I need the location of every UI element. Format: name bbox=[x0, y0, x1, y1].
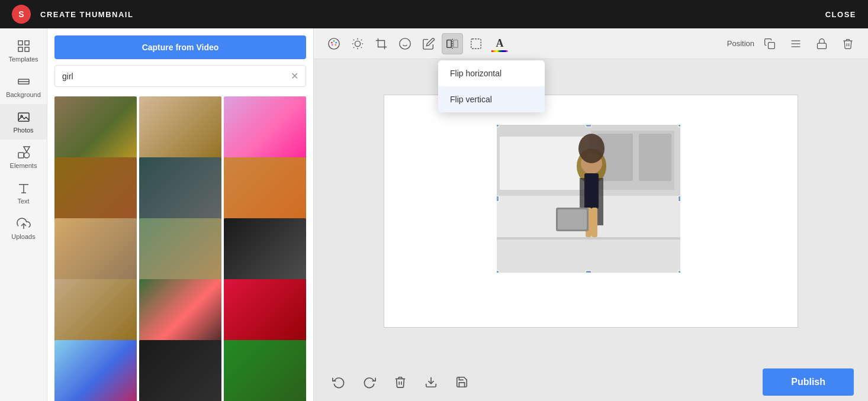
editor-toolbar: A Position bbox=[314, 28, 868, 59]
text-color-button[interactable]: A bbox=[489, 33, 510, 54]
grid-align-icon bbox=[790, 38, 802, 50]
sidebar-item-text[interactable]: Text bbox=[0, 175, 47, 211]
canvas-container: Flip horizontal Flip vertical bbox=[314, 59, 868, 363]
copy-button[interactable] bbox=[759, 33, 780, 54]
main-content: Templates Background Photos bbox=[0, 28, 868, 401]
sidebar-item-label: Templates bbox=[8, 56, 38, 63]
svg-point-24 bbox=[355, 41, 360, 46]
resize-handle-tl[interactable] bbox=[497, 125, 499, 127]
undo-button[interactable] bbox=[328, 371, 349, 393]
flip-tool-button[interactable] bbox=[442, 33, 463, 54]
resize-handle-tc[interactable] bbox=[586, 125, 591, 127]
svg-line-28 bbox=[361, 47, 362, 47]
svg-point-23 bbox=[332, 44, 333, 46]
sidebar-item-templates[interactable]: Templates bbox=[0, 33, 47, 69]
svg-line-27 bbox=[353, 39, 354, 40]
capture-video-button[interactable]: Capture from Video bbox=[54, 35, 306, 59]
svg-point-21 bbox=[335, 41, 337, 43]
resize-handle-br[interactable] bbox=[678, 270, 680, 273]
redo-button[interactable] bbox=[359, 371, 380, 393]
mask-icon bbox=[470, 37, 483, 50]
brightness-tool-button[interactable] bbox=[347, 33, 368, 54]
svg-rect-36 bbox=[447, 40, 451, 47]
resize-handle-bc[interactable] bbox=[586, 270, 591, 273]
bottom-bar: Publish bbox=[314, 363, 868, 401]
resize-handle-ml[interactable] bbox=[497, 196, 499, 202]
draw-tool-button[interactable] bbox=[418, 33, 439, 54]
download-button[interactable] bbox=[420, 371, 442, 393]
face-tool-button[interactable] bbox=[394, 33, 416, 54]
canvas-area: A Position bbox=[314, 28, 868, 401]
svg-rect-11 bbox=[18, 153, 24, 158]
svg-rect-44 bbox=[818, 43, 827, 48]
close-button[interactable]: CLOSE bbox=[825, 10, 856, 19]
photos-header: Capture from Video ✕ bbox=[47, 28, 313, 94]
search-bar: ✕ bbox=[54, 65, 306, 87]
sidebar-item-label: Elements bbox=[10, 162, 37, 169]
list-item[interactable] bbox=[224, 340, 306, 401]
flip-icon bbox=[446, 37, 459, 50]
list-item[interactable] bbox=[139, 340, 221, 401]
delete-button[interactable] bbox=[390, 371, 411, 393]
sidebar-item-uploads[interactable]: Uploads bbox=[0, 211, 47, 246]
svg-point-22 bbox=[335, 44, 336, 46]
canvas-image-svg bbox=[497, 125, 680, 273]
lock-button[interactable] bbox=[811, 33, 832, 54]
mask-tool-button[interactable] bbox=[465, 33, 487, 54]
svg-rect-9 bbox=[18, 113, 29, 121]
list-item[interactable] bbox=[54, 340, 137, 401]
sidebar-item-label: Text bbox=[17, 198, 29, 205]
sidebar-nav: Templates Background Photos bbox=[0, 28, 47, 401]
canvas-image-inner bbox=[497, 125, 680, 273]
svg-line-32 bbox=[361, 39, 362, 40]
grid-icon bbox=[17, 39, 31, 53]
app-header: S CREATE THUMBNAIL CLOSE bbox=[0, 0, 868, 28]
sidebar-item-background[interactable]: Background bbox=[0, 69, 47, 104]
svg-point-54 bbox=[578, 134, 605, 163]
text-color-label: A bbox=[496, 37, 504, 50]
palette-icon bbox=[327, 37, 340, 50]
download-icon bbox=[425, 376, 438, 389]
photo-icon bbox=[17, 110, 31, 124]
photos-grid bbox=[47, 94, 313, 401]
publish-button[interactable]: Publish bbox=[763, 368, 854, 396]
sidebar-item-photos[interactable]: Photos bbox=[0, 104, 47, 140]
photos-panel: Capture from Video ✕ bbox=[47, 28, 314, 401]
layers-icon bbox=[17, 75, 31, 89]
svg-rect-55 bbox=[584, 173, 599, 209]
svg-rect-2 bbox=[18, 47, 22, 51]
resize-handle-mr[interactable] bbox=[678, 196, 680, 202]
crop-tool-button[interactable] bbox=[371, 33, 392, 54]
bottom-actions bbox=[328, 371, 472, 393]
undo-icon bbox=[332, 376, 345, 389]
flip-vertical-option[interactable]: Flip vertical bbox=[438, 86, 545, 112]
palette-tool-button[interactable] bbox=[323, 33, 345, 54]
search-input[interactable] bbox=[62, 72, 291, 81]
sidebar-item-elements[interactable]: Elements bbox=[0, 140, 47, 175]
brightness-icon bbox=[351, 37, 364, 50]
svg-point-33 bbox=[400, 38, 410, 48]
upload-icon bbox=[17, 216, 31, 231]
crop-icon bbox=[375, 37, 388, 50]
resize-handle-bl[interactable] bbox=[497, 270, 499, 273]
svg-rect-61 bbox=[497, 237, 680, 240]
save-icon bbox=[455, 376, 468, 389]
text-icon bbox=[17, 181, 31, 195]
svg-line-31 bbox=[353, 47, 354, 47]
svg-point-19 bbox=[331, 41, 333, 43]
svg-marker-13 bbox=[24, 147, 30, 152]
canvas-selected-image[interactable] bbox=[497, 125, 680, 273]
copy-icon bbox=[764, 38, 776, 50]
svg-point-18 bbox=[329, 38, 339, 48]
search-clear-button[interactable]: ✕ bbox=[291, 70, 298, 82]
sidebar-item-label: Photos bbox=[13, 127, 33, 134]
resize-handle-tr[interactable] bbox=[678, 125, 680, 127]
flip-horizontal-option[interactable]: Flip horizontal bbox=[438, 60, 545, 86]
pen-icon bbox=[422, 37, 435, 50]
align-button[interactable] bbox=[785, 33, 806, 54]
delete-element-button[interactable] bbox=[837, 33, 859, 54]
svg-rect-37 bbox=[454, 40, 458, 47]
svg-rect-3 bbox=[25, 47, 29, 51]
save-button[interactable] bbox=[451, 371, 472, 393]
app-title: CREATE THUMBNAIL bbox=[40, 10, 825, 19]
